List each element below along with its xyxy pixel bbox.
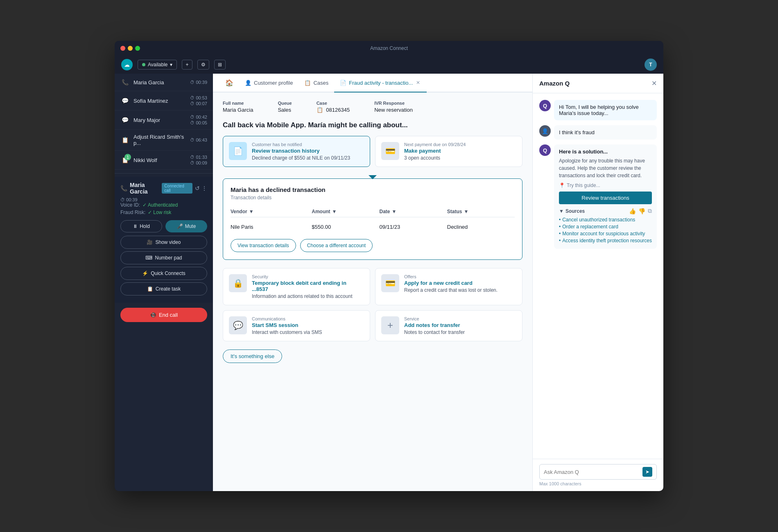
contact-info: Mary Major xyxy=(133,117,186,123)
source-item-4[interactable]: Access identity theft protection resourc… xyxy=(559,238,652,243)
source-item-2[interactable]: Order a replacement card xyxy=(559,224,652,230)
notification-badge: 1 xyxy=(124,154,131,160)
contact-item-nikki[interactable]: 📋 1 Nikki Wolf ⏱ 01:33 ⏱ 00:09 xyxy=(115,151,213,170)
arrow-connector xyxy=(369,175,377,179)
chat-input-area: ➤ Max 1000 characters xyxy=(533,459,663,491)
contact-name: Nikki Wolf xyxy=(133,157,186,163)
send-button[interactable]: ➤ xyxy=(642,467,652,477)
status-label: Available xyxy=(148,62,167,68)
case-icon: 📋 xyxy=(317,107,323,113)
tab-fraud-activity[interactable]: 📄 Fraud activity - transactio... ✕ xyxy=(334,74,427,92)
tab-label: Fraud activity - transactio... xyxy=(349,80,413,86)
contact-item-maria-garcia[interactable]: 📞 Maria Garcia ⏱ 00:39 xyxy=(115,74,213,91)
something-else-button[interactable]: It's something else xyxy=(223,349,282,363)
tab-home[interactable]: 🏠 xyxy=(219,74,239,92)
end-call-button[interactable]: 📵 End call xyxy=(120,308,207,322)
fraud-risk-row: Fraud Risk: ✓ Low risk xyxy=(120,210,207,215)
chat-area: Q Hi Tom, I will be helping you solve Ma… xyxy=(533,93,663,459)
user-avatar[interactable]: T xyxy=(645,59,657,71)
tab-customer-profile[interactable]: 👤 Customer profile xyxy=(239,74,299,92)
task-badge-icon: 📋 1 xyxy=(120,156,129,165)
grid-button[interactable]: ⊞ xyxy=(214,60,226,70)
suggestion-card-payment[interactable]: 💳 Next payment due on 09/28/24 Make paym… xyxy=(375,136,522,167)
tab-close-button[interactable]: ✕ xyxy=(415,80,421,86)
panel-close-button[interactable]: ✕ xyxy=(651,79,657,87)
thumbs-down-button[interactable]: 👎 xyxy=(638,207,645,214)
quick-connects-button[interactable]: ⚡ Quick Connects xyxy=(120,267,207,280)
more-options-button[interactable]: ⋮ xyxy=(201,185,207,192)
profile-icon: 👤 xyxy=(245,80,251,86)
action-card-sms[interactable]: 💬 Communications Start SMS session Inter… xyxy=(223,310,370,341)
close-window-dot[interactable] xyxy=(120,46,125,51)
maximize-window-dot[interactable] xyxy=(135,46,140,51)
clock-icon: ⏱ xyxy=(190,80,194,85)
voice-id-row: Voice ID: ✓ Authenticated xyxy=(120,202,207,208)
sidebar-divider xyxy=(115,173,213,174)
payment-icon: 💳 xyxy=(381,142,399,160)
triangle-icon: ▼ xyxy=(559,208,564,214)
copy-button[interactable]: ⧉ xyxy=(648,207,652,214)
status-button[interactable]: Available ▾ xyxy=(138,60,177,70)
contact-time2: ⏱ 00:09 xyxy=(190,160,207,165)
contact-item-ricard[interactable]: 📋 Adjust Ricard Smith's p... ⏱ 06:43 xyxy=(115,130,213,151)
ivr-value: New reservation xyxy=(374,107,413,113)
q-solution-avatar: Q xyxy=(539,144,551,156)
full-name-value: Maria Garcia xyxy=(223,107,253,113)
amount-cell: $550.00 xyxy=(312,224,379,230)
source-item-3[interactable]: Monitor account for suspicious activity xyxy=(559,231,652,237)
contact-time: ⏱ 00:39 xyxy=(190,80,207,85)
sources-header: ▼ Sources 👍 👎 ⧉ xyxy=(559,207,652,214)
chat-icon: 💬 xyxy=(120,96,129,105)
mute-button[interactable]: 🎤 Mute xyxy=(165,220,207,232)
create-task-button[interactable]: 📋 Create task xyxy=(120,282,207,295)
view-transaction-button[interactable]: View transaction details xyxy=(231,239,296,252)
choose-account-button[interactable]: Choose a different account xyxy=(300,239,373,252)
contact-time1: ⏱ 01:33 xyxy=(190,155,207,160)
amazon-q-input[interactable] xyxy=(544,469,639,475)
suggestion-card-review[interactable]: 📄 Customer has be notified Review transa… xyxy=(223,136,370,167)
phone-end-icon: 📵 xyxy=(150,312,156,318)
sort-icon: ▼ xyxy=(464,209,468,214)
chat-input-wrapper: ➤ xyxy=(539,464,657,480)
main-content: 🏠 👤 Customer profile 📋 Cases 📄 Fraud act… xyxy=(213,74,532,491)
app-body: ☁ Available ▾ + ⚙ ⊞ T xyxy=(115,56,663,491)
hold-button[interactable]: ⏸ Hold xyxy=(120,220,162,232)
show-video-button[interactable]: 🎥 Show video xyxy=(120,236,207,249)
action-card-notes[interactable]: + Service Add notes for transfer Notes t… xyxy=(375,310,522,341)
contact-meta: ⏱ 00:53 ⏱ 00:07 xyxy=(190,95,207,106)
contact-item-mary[interactable]: 💬 Mary Major ⏱ 00:42 ⏱ 00:05 xyxy=(115,110,213,130)
action-card-security[interactable]: 🔒 Security Temporary block debit card en… xyxy=(223,268,370,305)
credit-card-icon: 💳 xyxy=(381,274,399,292)
thumbs-up-button[interactable]: 👍 xyxy=(629,207,636,214)
sidebar: 📞 Maria Garcia ⏱ 00:39 💬 Sofía Martí xyxy=(115,74,213,491)
top-bar-right: T xyxy=(645,59,657,71)
review-transactions-button[interactable]: Review transactions xyxy=(559,192,652,204)
action-card-offers[interactable]: 💳 Offers Apply for a new credit card Rep… xyxy=(375,268,522,305)
contact-item-sofia[interactable]: 💬 Sofía Martínez ⏱ 00:53 ⏱ 00:07 xyxy=(115,91,213,110)
suggestion-card-desc: Declined charge of $550 at NILE on 09/11… xyxy=(252,155,350,161)
number-pad-button[interactable]: ⌨ Number pad xyxy=(120,251,207,264)
contact-name: Mary Major xyxy=(133,117,186,123)
tab-cases[interactable]: 📋 Cases xyxy=(299,74,334,92)
contact-name: Adjust Ricard Smith's p... xyxy=(133,134,186,146)
suggestion-card-tag: Customer has be notified xyxy=(252,142,350,147)
add-button[interactable]: + xyxy=(182,60,192,70)
connect-icon: ⚡ xyxy=(142,271,148,276)
contact-time2: ⏱ 00:05 xyxy=(190,120,207,125)
sort-icon: ▼ xyxy=(249,209,254,214)
refresh-button[interactable]: ↺ xyxy=(195,185,200,192)
queue-value: Sales xyxy=(278,107,291,113)
minimize-window-dot[interactable] xyxy=(128,46,133,51)
vendor-column-header: Vendor ▼ xyxy=(231,209,312,214)
settings-button[interactable]: ⚙ xyxy=(197,60,209,70)
action-card-tag: Security xyxy=(252,274,364,279)
case-label: Case xyxy=(317,101,350,106)
lock-icon: 🔒 xyxy=(229,274,247,292)
transaction-title: Maria has a declined transaction xyxy=(231,186,515,193)
source-item-1[interactable]: Cancel unauthorized transactions xyxy=(559,217,652,223)
contact-meta: ⏱ 00:42 ⏱ 00:05 xyxy=(190,115,207,125)
action-card-tag: Communications xyxy=(252,316,322,321)
task-icon: 📋 xyxy=(120,135,129,144)
action-card-title: Add notes for transfer xyxy=(404,322,465,328)
action-card-title: Temporary block debit card ending in ...… xyxy=(252,280,364,292)
